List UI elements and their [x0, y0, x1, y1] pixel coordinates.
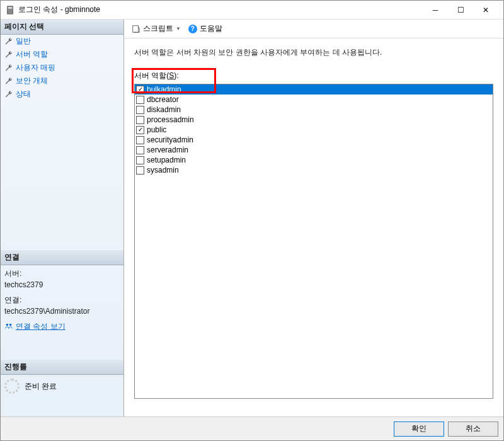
database-icon [6, 6, 14, 14]
progress-section: 준비 완료 [1, 375, 123, 398]
progress-spinner-icon [4, 379, 20, 394]
server-value: techcs2379 [4, 279, 120, 290]
checkbox[interactable] [136, 156, 144, 164]
sidebar-item-securables[interactable]: 보안 개체 [1, 74, 123, 88]
body: 페이지 선택 일반 서버 역할 사용자 매핑 보안 개체 [1, 20, 503, 416]
sidebar-item-status[interactable]: 상태 [1, 88, 123, 101]
footer: 확인 취소 [1, 416, 503, 440]
list-item[interactable]: processadmin [135, 115, 493, 125]
sidebar-item-general[interactable]: 일반 [1, 35, 123, 48]
sidebar-item-label: 상태 [16, 89, 31, 100]
window-title: 로그인 속성 - gbminnote [18, 4, 423, 15]
list-item[interactable]: diskadmin [135, 105, 493, 115]
description-text: 서버 역할은 서버 차원의 보안 권한을 사용자에게 부여하는 데 사용됩니다. [134, 47, 493, 58]
page-select-header: 페이지 선택 [1, 20, 123, 35]
svg-point-3 [9, 324, 12, 326]
list-item[interactable]: setupadmin [135, 155, 493, 165]
wrench-icon [4, 64, 13, 72]
maximize-button[interactable]: ☐ [448, 1, 473, 19]
connection-label: 연결: [4, 294, 120, 306]
wrench-icon [4, 50, 13, 59]
server-label: 서버: [4, 268, 120, 279]
view-connection-props-link[interactable]: 연결 속성 보기 [4, 321, 120, 332]
checkbox[interactable] [136, 146, 144, 154]
ok-button[interactable]: 확인 [394, 421, 444, 437]
connection-section: 서버: techcs2379 연결: techcs2379\Administra… [1, 265, 123, 335]
help-label: 도움말 [200, 23, 222, 34]
cancel-button[interactable]: 취소 [448, 421, 498, 437]
checkbox[interactable]: ✓ [136, 126, 144, 134]
role-name: serveradmin [147, 146, 188, 154]
help-button[interactable]: ? 도움말 [186, 22, 225, 35]
main-panel: 스크립트 ▼ ? 도움말 서버 역할은 서버 차원의 보안 권한을 사용자에게 … [124, 20, 503, 416]
svg-rect-4 [133, 25, 139, 32]
role-name: bulkadmin [147, 85, 181, 94]
sidebar-item-server-roles[interactable]: 서버 역할 [1, 48, 123, 61]
window-controls: ─ ☐ ✕ [423, 1, 498, 19]
wrench-icon [4, 77, 13, 86]
list-item[interactable]: sysadmin [135, 165, 493, 175]
wrench-icon [4, 90, 13, 99]
link-label: 연결 속성 보기 [16, 321, 66, 332]
list-item[interactable]: ✓bulkadmin [135, 84, 493, 94]
sidebar-item-user-mapping[interactable]: 사용자 매핑 [1, 61, 123, 74]
list-item[interactable]: serveradmin [135, 145, 493, 155]
sidebar-items: 일반 서버 역할 사용자 매핑 보안 개체 상태 [1, 35, 123, 101]
role-name: setupadmin [147, 156, 186, 164]
sidebar-item-label: 사용자 매핑 [16, 62, 55, 73]
connection-value: techcs2379\Administrator [4, 306, 120, 317]
role-name: processadmin [147, 115, 194, 124]
list-item[interactable]: ✓public [135, 125, 493, 135]
window: 로그인 속성 - gbminnote ─ ☐ ✕ 페이지 선택 일반 서버 역할 [0, 0, 504, 441]
role-name: dbcreator [147, 95, 179, 104]
chevron-down-icon: ▼ [176, 26, 181, 32]
script-dropdown[interactable]: 스크립트 ▼ [129, 22, 183, 35]
progress-status: 준비 완료 [25, 381, 57, 392]
checkbox[interactable] [136, 106, 144, 114]
connection-header: 연결 [1, 250, 123, 265]
sidebar: 페이지 선택 일반 서버 역할 사용자 매핑 보안 개체 [1, 20, 124, 416]
script-icon [132, 25, 140, 33]
checkbox[interactable] [136, 136, 144, 144]
list-item[interactable]: dbcreator [135, 94, 493, 105]
roles-listbox[interactable]: ✓bulkadmindbcreatordiskadminprocessadmin… [134, 84, 493, 399]
sidebar-item-label: 일반 [16, 36, 31, 47]
role-name: securityadmin [147, 135, 193, 144]
roles-group: 서버 역할(S): ✓bulkadmindbcreatordiskadminpr… [134, 71, 493, 399]
minimize-button[interactable]: ─ [423, 1, 448, 19]
svg-rect-1 [8, 7, 13, 8]
progress-header: 진행률 [1, 360, 123, 375]
roles-label: 서버 역할(S): [134, 71, 493, 81]
close-button[interactable]: ✕ [473, 1, 498, 19]
svg-point-2 [6, 324, 9, 326]
role-name: diskadmin [147, 105, 181, 114]
content: 서버 역할은 서버 차원의 보안 권한을 사용자에게 부여하는 데 사용됩니다.… [124, 38, 503, 416]
checkbox[interactable]: ✓ [136, 86, 144, 94]
checkbox[interactable] [136, 96, 144, 104]
script-label: 스크립트 [143, 23, 173, 34]
users-icon [4, 322, 13, 331]
sidebar-item-label: 서버 역할 [16, 49, 48, 60]
help-icon: ? [188, 25, 197, 33]
checkbox[interactable] [136, 166, 144, 175]
titlebar: 로그인 속성 - gbminnote ─ ☐ ✕ [1, 1, 503, 20]
checkbox[interactable] [136, 116, 144, 124]
role-name: sysadmin [147, 166, 179, 175]
toolbar: 스크립트 ▼ ? 도움말 [124, 20, 503, 38]
list-item[interactable]: securityadmin [135, 135, 493, 145]
sidebar-item-label: 보안 개체 [16, 76, 48, 86]
role-name: public [147, 125, 166, 134]
wrench-icon [4, 37, 13, 46]
